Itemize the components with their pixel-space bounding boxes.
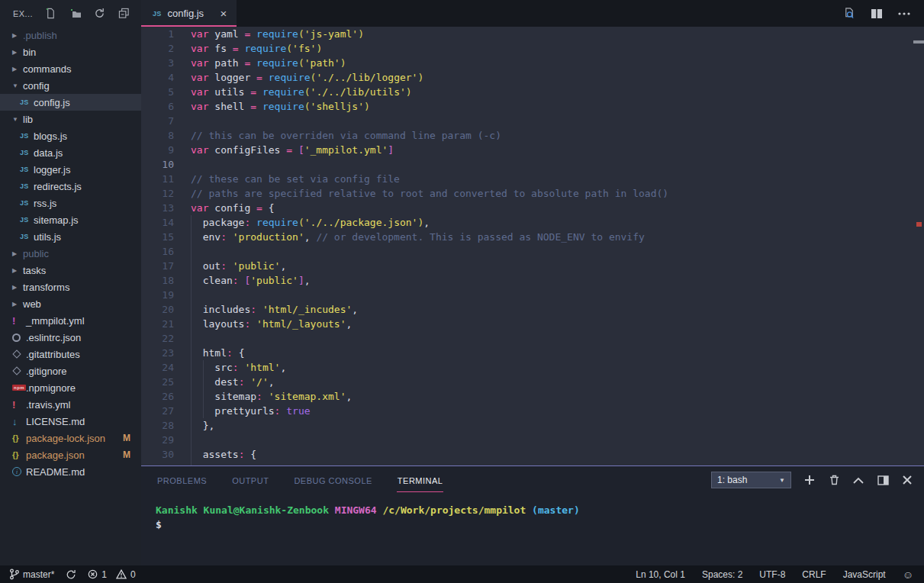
code-content: var shell = require('shelljs') bbox=[191, 99, 913, 114]
tree-item--travis-yml[interactable]: !.travis.yml bbox=[0, 396, 141, 413]
tree-item-readme-md[interactable]: iREADME.md bbox=[0, 463, 141, 480]
code-line-28[interactable]: 28 }, bbox=[141, 418, 924, 433]
terminal-select[interactable]: 1: bash ▼ bbox=[711, 472, 791, 488]
tree-item-package-lock-json[interactable]: {}package-lock.jsonM bbox=[0, 430, 141, 446]
tree-item-bin[interactable]: ▶bin bbox=[0, 43, 141, 60]
tree-item-config[interactable]: ▼config bbox=[0, 77, 141, 94]
tree-item-logger-js[interactable]: JSlogger.js bbox=[0, 161, 141, 178]
tab-config-js[interactable]: JS config.js × bbox=[141, 0, 237, 27]
code-line-24[interactable]: 24 src: 'html', bbox=[141, 360, 924, 375]
feedback-smiley-icon[interactable]: ☺ bbox=[903, 569, 913, 581]
tree-item-rss-js[interactable]: JSrss.js bbox=[0, 195, 141, 211]
new-file-icon[interactable] bbox=[45, 8, 57, 20]
status-spaces[interactable]: Spaces: 2 bbox=[702, 569, 742, 580]
tree-item--mmpilot-yml[interactable]: !_mmpilot.yml bbox=[0, 312, 141, 329]
terminal-output[interactable]: Kanishk Kunal@Kanishk-Zenbook MINGW64 /c… bbox=[141, 494, 924, 565]
tree-item-lib[interactable]: ▼lib bbox=[0, 111, 141, 127]
token: 'assets' bbox=[244, 463, 292, 465]
refresh-explorer-icon[interactable] bbox=[94, 8, 106, 20]
tree-item-data-js[interactable]: JSdata.js bbox=[0, 144, 141, 161]
status-utf-8[interactable]: UTF-8 bbox=[759, 569, 785, 580]
code-editor[interactable]: 1var yaml = require('js-yaml')2var fs = … bbox=[141, 27, 924, 465]
code-line-14[interactable]: 14 package: require('./../package.json')… bbox=[141, 215, 924, 230]
overview-ruler[interactable] bbox=[915, 27, 924, 465]
open-changes-icon[interactable] bbox=[843, 8, 855, 20]
tree-item-web[interactable]: ▶web bbox=[0, 295, 141, 312]
panel-tab-problems[interactable]: PROBLEMS bbox=[156, 469, 208, 492]
code-line-18[interactable]: 18 clean: ['public'], bbox=[141, 273, 924, 288]
tree-item-license-md[interactable]: ↓LICENSE.md bbox=[0, 413, 141, 430]
panel-tab-output[interactable]: OUTPUT bbox=[231, 469, 269, 492]
code-content: }, bbox=[191, 418, 913, 433]
tree-item-package-json[interactable]: {}package.jsonM bbox=[0, 446, 141, 463]
token: , bbox=[423, 217, 430, 228]
tree-item-transforms[interactable]: ▶transforms bbox=[0, 279, 141, 295]
code-line-1[interactable]: 1var yaml = require('js-yaml') bbox=[141, 27, 924, 41]
tree-item--publish[interactable]: ▶.publish bbox=[0, 27, 141, 43]
js-icon: JS bbox=[20, 149, 28, 156]
split-editor-icon[interactable] bbox=[871, 8, 883, 20]
sync-indicator[interactable] bbox=[66, 569, 76, 580]
code-line-23[interactable]: 23 html: { bbox=[141, 346, 924, 360]
code-line-26[interactable]: 26 sitemap: 'sitemap.xml', bbox=[141, 389, 924, 404]
code-line-20[interactable]: 20 includes: 'html/_incudes', bbox=[141, 302, 924, 317]
problems-indicator[interactable]: 1 0 bbox=[88, 569, 135, 580]
code-line-15[interactable]: 15 env: 'production', // or development.… bbox=[141, 230, 924, 244]
new-terminal-icon[interactable] bbox=[803, 474, 816, 486]
maximize-panel-icon[interactable] bbox=[852, 474, 864, 486]
code-line-12[interactable]: 12// paths are specified relative to roo… bbox=[141, 186, 924, 201]
panel-tab-debug-console[interactable]: DEBUG CONSOLE bbox=[293, 469, 372, 492]
code-line-11[interactable]: 11// these can be set via config file bbox=[141, 172, 924, 186]
tree-item--gitattributes[interactable]: .gitattributes bbox=[0, 346, 141, 362]
status-ln[interactable]: Ln 10, Col 1 bbox=[636, 569, 685, 580]
token: out bbox=[191, 260, 221, 272]
code-line-16[interactable]: 16 bbox=[141, 244, 924, 259]
tree-item-redirects-js[interactable]: JSredirects.js bbox=[0, 178, 141, 195]
code-line-21[interactable]: 21 layouts: 'html/_layouts', bbox=[141, 317, 924, 331]
tree-item--eslintrc-json[interactable]: .eslintrc.json bbox=[0, 329, 141, 346]
close-panel-icon[interactable] bbox=[901, 474, 913, 486]
tree-item--npmignore[interactable]: npm.npmignore bbox=[0, 379, 141, 396]
code-line-6[interactable]: 6var shell = require('shelljs') bbox=[141, 99, 924, 114]
close-tab-icon[interactable]: × bbox=[217, 7, 230, 20]
status-javascript[interactable]: JavaScript bbox=[843, 569, 886, 580]
split-terminal-icon[interactable] bbox=[877, 474, 889, 486]
token: dest bbox=[191, 376, 239, 388]
tree-item-blogs-js[interactable]: JSblogs.js bbox=[0, 127, 141, 144]
new-folder-icon[interactable] bbox=[69, 8, 82, 20]
code-line-30[interactable]: 30 assets: { bbox=[141, 447, 924, 462]
kill-terminal-icon[interactable] bbox=[828, 474, 840, 486]
code-line-17[interactable]: 17 out: 'public', bbox=[141, 259, 924, 273]
tree-item--gitignore[interactable]: .gitignore bbox=[0, 362, 141, 379]
code-line-5[interactable]: 5var utils = require('./../lib/utils') bbox=[141, 85, 924, 99]
token bbox=[256, 101, 262, 112]
code-line-10[interactable]: 10 bbox=[141, 157, 924, 172]
code-line-25[interactable]: 25 dest: '/', bbox=[141, 375, 924, 389]
status-crlf[interactable]: CRLF bbox=[802, 569, 826, 580]
code-line-8[interactable]: 8// this can be overriden via command li… bbox=[141, 128, 924, 143]
tree-item-tasks[interactable]: ▶tasks bbox=[0, 262, 141, 279]
panel-tab-terminal[interactable]: TERMINAL bbox=[397, 469, 444, 492]
tree-item-utils-js[interactable]: JSutils.js bbox=[0, 228, 141, 245]
code-line-22[interactable]: 22 bbox=[141, 331, 924, 346]
tree-item-public[interactable]: ▶public bbox=[0, 245, 141, 262]
tree-item-sitemap-js[interactable]: JSsitemap.js bbox=[0, 211, 141, 228]
tree-item-commands[interactable]: ▶commands bbox=[0, 60, 141, 77]
code-line-4[interactable]: 4var logger = require('./../lib/logger') bbox=[141, 70, 924, 85]
token: = bbox=[256, 202, 262, 214]
collapse-folders-icon[interactable] bbox=[118, 8, 130, 20]
token: var bbox=[191, 57, 208, 69]
code-line-3[interactable]: 3var path = require('path') bbox=[141, 56, 924, 70]
code-line-13[interactable]: 13var config = { bbox=[141, 201, 924, 215]
code-line-19[interactable]: 19 bbox=[141, 288, 924, 302]
code-line-9[interactable]: 9var configFiles = ['_mmpilot.yml'] bbox=[141, 143, 924, 157]
tree-item-config-js[interactable]: JSconfig.js bbox=[0, 94, 141, 111]
code-line-7[interactable]: 7 bbox=[141, 114, 924, 128]
git-branch-indicator[interactable]: master* bbox=[9, 569, 54, 580]
code-line-27[interactable]: 27 prettyurls: true bbox=[141, 404, 924, 418]
code-line-2[interactable]: 2var fs = require('fs') bbox=[141, 41, 924, 56]
scrollbar-thumb[interactable] bbox=[913, 40, 924, 43]
more-actions-icon[interactable] bbox=[898, 8, 910, 20]
code-line-29[interactable]: 29 bbox=[141, 433, 924, 447]
code-line-31[interactable]: 31 src: 'assets', bbox=[141, 462, 924, 465]
